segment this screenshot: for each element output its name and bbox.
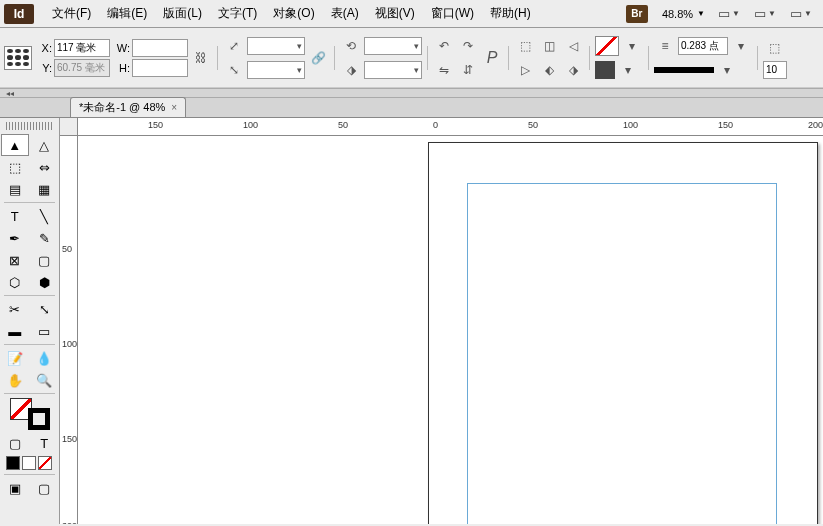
flip-v-icon[interactable]: ⇵ [457,59,479,81]
apply-none-swatch[interactable] [38,456,52,470]
vertical-ruler[interactable]: 50 100 150 200 [60,136,78,524]
stroke-style-arrow[interactable]: ▾ [716,59,738,81]
menu-text[interactable]: 文字(T) [210,1,265,26]
rectangle-frame-tool[interactable]: ⊠ [1,249,29,271]
stroke-weight-input[interactable] [678,37,728,55]
eyedropper-tool[interactable]: 💧 [31,347,59,369]
y-label: Y: [38,62,52,74]
horizontal-ruler[interactable]: 150 100 50 0 50 100 150 200 [78,118,823,136]
stroke-swatch[interactable] [595,36,619,56]
pen-tool[interactable]: ✒ [1,227,29,249]
zoom-tool[interactable]: 🔍 [31,369,59,391]
menu-view[interactable]: 视图(V) [367,1,423,26]
rotate-cw-icon[interactable]: ↷ [457,35,479,57]
constrain-icon[interactable]: ⛓ [190,47,212,69]
selection-tool[interactable]: ▲ [1,134,29,156]
canvas-area: 150 100 50 0 50 100 150 200 50 100 150 2… [60,118,823,524]
toolbox-handle[interactable] [6,122,53,130]
menu-help[interactable]: 帮助(H) [482,1,539,26]
opacity-input[interactable] [763,61,787,79]
apply-gradient-swatch[interactable] [22,456,36,470]
direct-selection-tool[interactable]: △ [31,134,59,156]
h-label: H: [116,62,130,74]
document-tab-title: *未命名-1 @ 48% [79,100,165,115]
gap-tool[interactable]: ⇔ [31,156,59,178]
link-icon[interactable]: 🔗 [307,47,329,69]
rotate-dropdown[interactable] [364,37,422,55]
pencil-tool[interactable]: ✎ [31,227,59,249]
app-logo: Id [4,4,34,24]
formatting-container-icon[interactable]: ▢ [1,432,29,454]
fill-swatch[interactable] [595,61,615,79]
select-container-icon[interactable]: ⬚ [514,35,536,57]
h-input[interactable] [132,59,188,77]
scale-y-icon: ⤡ [223,59,245,81]
select-first-icon[interactable]: ⬖ [538,59,560,81]
select-prev-icon[interactable]: ◁ [562,35,584,57]
scissors-tool[interactable]: ✂ [1,298,29,320]
p-icon[interactable]: P [481,47,503,69]
apply-color-swatch[interactable] [6,456,20,470]
w-input[interactable] [132,39,188,57]
menu-layout[interactable]: 版面(L) [155,1,210,26]
fill-arrow-icon[interactable]: ▾ [617,59,639,81]
canvas[interactable] [78,136,823,524]
type-tool[interactable]: T [1,205,29,227]
screen-mode-icon[interactable]: ▭▼ [717,4,741,24]
hand-tool[interactable]: ✋ [1,369,29,391]
scale-x-icon: ⤢ [223,35,245,57]
x-input[interactable] [54,39,110,57]
shear-dropdown[interactable] [364,61,422,79]
document-tabs: *未命名-1 @ 48% × [0,98,823,118]
stroke-style[interactable] [654,67,714,73]
text-frame[interactable] [467,183,777,524]
content-tool2[interactable]: ▦ [31,178,59,200]
stroke-color[interactable] [28,408,50,430]
stroke-weight-arrow[interactable]: ▾ [730,35,752,57]
bridge-button[interactable]: Br [626,5,648,23]
note-tool[interactable]: 📝 [1,347,29,369]
tab-close-icon[interactable]: × [171,102,177,113]
w-label: W: [116,42,130,54]
fill-stroke-control[interactable] [10,398,50,430]
ruler-origin[interactable] [60,118,78,136]
workspace-icon[interactable]: ▭▼ [789,4,813,24]
menu-file[interactable]: 文件(F) [44,1,99,26]
x-label: X: [38,42,52,54]
zoom-level[interactable]: 48.8%▼ [656,8,711,20]
select-content-icon[interactable]: ◫ [538,35,560,57]
scale-x-dropdown[interactable] [247,37,305,55]
scale-y-dropdown[interactable] [247,61,305,79]
menu-bar: Id 文件(F) 编辑(E) 版面(L) 文字(T) 对象(O) 表(A) 视图… [0,0,823,28]
arrange-icon[interactable]: ▭▼ [753,4,777,24]
rotate-icon: ⟲ [340,35,362,57]
stroke-arrow-icon[interactable]: ▾ [621,35,643,57]
rotate-ccw-icon[interactable]: ↶ [433,35,455,57]
menu-window[interactable]: 窗口(W) [423,1,482,26]
collapse-icon: ◂◂ [6,89,14,98]
reference-point[interactable] [4,46,32,70]
content-tool[interactable]: ▤ [1,178,29,200]
y-input[interactable] [54,59,110,77]
menu-table[interactable]: 表(A) [323,1,367,26]
preview-view-icon[interactable]: ▢ [31,477,59,499]
polygon-frame-tool[interactable]: ⬢ [31,271,59,293]
stroke-weight-icon: ≡ [654,35,676,57]
menu-edit[interactable]: 编辑(E) [99,1,155,26]
formatting-text-icon[interactable]: T [31,432,59,454]
free-transform-tool[interactable]: ⤡ [31,298,59,320]
normal-view-icon[interactable]: ▣ [1,477,29,499]
polygon-tool[interactable]: ⬡ [1,271,29,293]
flip-h-icon[interactable]: ⇋ [433,59,455,81]
menu-object[interactable]: 对象(O) [265,1,322,26]
page-tool[interactable]: ⬚ [1,156,29,178]
page[interactable] [428,142,818,524]
rectangle-tool[interactable]: ▢ [31,249,59,271]
gradient-feather-tool[interactable]: ▭ [31,320,59,342]
fx-icon[interactable]: ⬚ [763,37,785,59]
select-last-icon[interactable]: ⬗ [562,59,584,81]
select-next-icon[interactable]: ▷ [514,59,536,81]
gradient-swatch-tool[interactable]: ▬ [1,320,29,342]
document-tab[interactable]: *未命名-1 @ 48% × [70,97,186,117]
line-tool[interactable]: ╲ [31,205,59,227]
